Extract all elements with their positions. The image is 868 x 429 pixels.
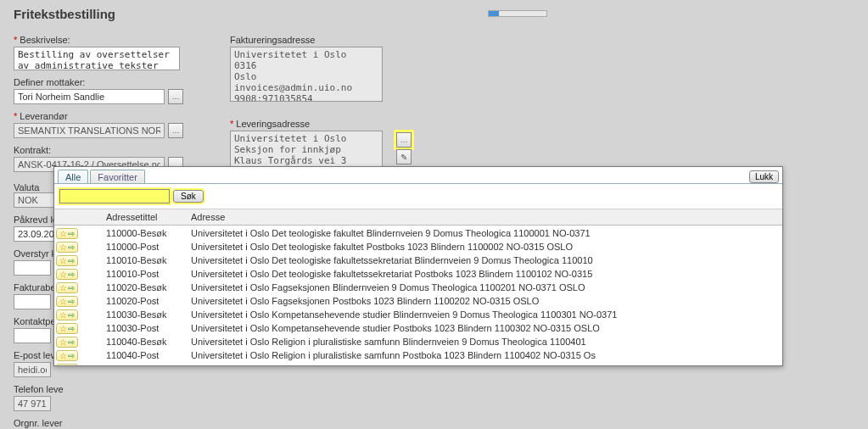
table-row[interactable]: ☆⇨110040-BesøkUniversitetet i Oslo Relig…	[54, 335, 782, 348]
table-row[interactable]: ☆⇨110030-BesøkUniversitetet i Oslo Kompe…	[54, 308, 782, 321]
cell-adressetittel: 110030-Besøk	[101, 308, 186, 321]
label-fakturering: Faktureringsadresse	[230, 35, 408, 45]
page-title: Fritekstbestilling	[0, 0, 868, 30]
overstyr-input[interactable]	[14, 260, 51, 276]
cell-adresse: Universitetet i Oslo Det teologiske faku…	[186, 254, 782, 267]
cell-adressetittel: 110000-Besøk	[101, 226, 186, 240]
favorite-icon[interactable]: ☆⇨	[56, 323, 78, 334]
address-lookup-dialog: Alle Favoritter Lukk Søk Adressetittel A…	[53, 166, 783, 366]
favorite-icon[interactable]: ☆⇨	[56, 228, 78, 239]
mottaker-lookup-button[interactable]: …	[168, 89, 183, 104]
cell-adresse: Universitetet i Oslo Det teologiske faku…	[186, 267, 782, 281]
favorite-icon[interactable]: ☆⇨	[56, 269, 78, 280]
cell-adressetittel: 110020-Post	[101, 294, 186, 308]
favorite-icon[interactable]: ☆⇨	[56, 309, 78, 320]
leverandor-input	[14, 123, 165, 138]
search-input[interactable]	[59, 189, 170, 203]
tab-favoritter[interactable]: Favoritter	[90, 170, 144, 184]
search-button[interactable]: Søk	[173, 190, 204, 203]
label-telefon: Telefon leve	[14, 384, 196, 394]
col-header-title[interactable]: Adressetittel	[101, 209, 186, 226]
cell-adresse: Universitetet i Oslo Det juridiske fakul…	[186, 362, 782, 365]
telefon-input	[14, 396, 51, 411]
cell-adresse: Universitetet i Oslo Fagseksjonen Postbo…	[186, 294, 782, 308]
cell-adressetittel: 110010-Besøk	[101, 254, 186, 267]
epost-input	[14, 362, 51, 377]
cell-adressetittel: 110030-Post	[101, 321, 186, 335]
favorite-icon[interactable]: ☆⇨	[56, 296, 78, 307]
label-kontrakt: Kontrakt:	[14, 145, 196, 155]
cell-adresse: Universitetet i Oslo Fagseksjonen Blinde…	[186, 281, 782, 294]
label-beskrivelse: Beskrivelse:	[14, 35, 196, 45]
close-button[interactable]: Lukk	[749, 170, 779, 183]
levering-edit-button[interactable]: ✎	[396, 149, 412, 164]
label-levering: Leveringsadresse	[230, 119, 408, 129]
favorite-icon[interactable]: ☆⇨	[56, 337, 78, 348]
cell-adressetittel: 110000-Post	[101, 240, 186, 254]
progress-bar	[488, 10, 547, 17]
address-table-scroll[interactable]: ☆⇨110000-BesøkUniversitetet i Oslo Det t…	[54, 226, 782, 365]
label-mottaker: Definer mottaker:	[14, 77, 196, 87]
favorite-icon[interactable]: ☆⇨	[56, 350, 78, 361]
label-leverandor: Leverandør	[14, 111, 196, 121]
mottaker-input[interactable]	[14, 89, 165, 104]
leverandor-lookup-button[interactable]: …	[168, 123, 183, 138]
table-row[interactable]: ☆⇨110000-PostUniversitetet i Oslo Det te…	[54, 240, 782, 254]
cell-adresse: Universitetet i Oslo Det teologiske faku…	[186, 226, 782, 240]
favorite-icon[interactable]: ☆⇨	[56, 364, 78, 366]
cell-adressetittel: 110010-Post	[101, 267, 186, 281]
col-header-fav	[54, 209, 101, 226]
kontaktpers-input[interactable]	[14, 328, 51, 343]
table-row[interactable]: ☆⇨120000-BesøkUniversitetet i Oslo Det j…	[54, 362, 782, 365]
cell-adresse: Universitetet i Oslo Det teologiske faku…	[186, 240, 782, 254]
cell-adressetittel: 110040-Post	[101, 348, 186, 362]
cell-adresse: Universitetet i Oslo Kompetansehevende s…	[186, 321, 782, 335]
cell-adresse: Universitetet i Oslo Kompetansehevende s…	[186, 308, 782, 321]
table-row[interactable]: ☆⇨110020-PostUniversitetet i Oslo Fagsek…	[54, 294, 782, 308]
cell-adressetittel: 110040-Besøk	[101, 335, 186, 348]
beskrivelse-input[interactable]	[14, 47, 180, 70]
col-header-addr[interactable]: Adresse	[186, 209, 767, 226]
table-row[interactable]: ☆⇨110020-BesøkUniversitetet i Oslo Fagse…	[54, 281, 782, 294]
favorite-icon[interactable]: ☆⇨	[56, 255, 78, 266]
table-row[interactable]: ☆⇨110010-BesøkUniversitetet i Oslo Det t…	[54, 254, 782, 267]
fakturering-textarea	[230, 47, 383, 102]
tab-alle[interactable]: Alle	[58, 170, 88, 184]
table-row[interactable]: ☆⇨110000-BesøkUniversitetet i Oslo Det t…	[54, 226, 782, 240]
fakturabeh-input[interactable]	[14, 294, 51, 309]
cell-adressetittel: 110020-Besøk	[101, 281, 186, 294]
table-row[interactable]: ☆⇨110040-PostUniversitetet i Oslo Religi…	[54, 348, 782, 362]
label-orgnr: Orgnr. lever	[14, 418, 196, 428]
table-row[interactable]: ☆⇨110030-PostUniversitetet i Oslo Kompet…	[54, 321, 782, 335]
cell-adresse: Universitetet i Oslo Religion i pluralis…	[186, 335, 782, 348]
favorite-icon[interactable]: ☆⇨	[56, 242, 78, 253]
table-row[interactable]: ☆⇨110010-PostUniversitetet i Oslo Det te…	[54, 267, 782, 281]
cell-adressetittel: 120000-Besøk	[101, 362, 186, 365]
levering-lookup-button[interactable]: …	[396, 132, 412, 148]
favorite-icon[interactable]: ☆⇨	[56, 282, 78, 293]
cell-adresse: Universitetet i Oslo Religion i pluralis…	[186, 348, 782, 362]
